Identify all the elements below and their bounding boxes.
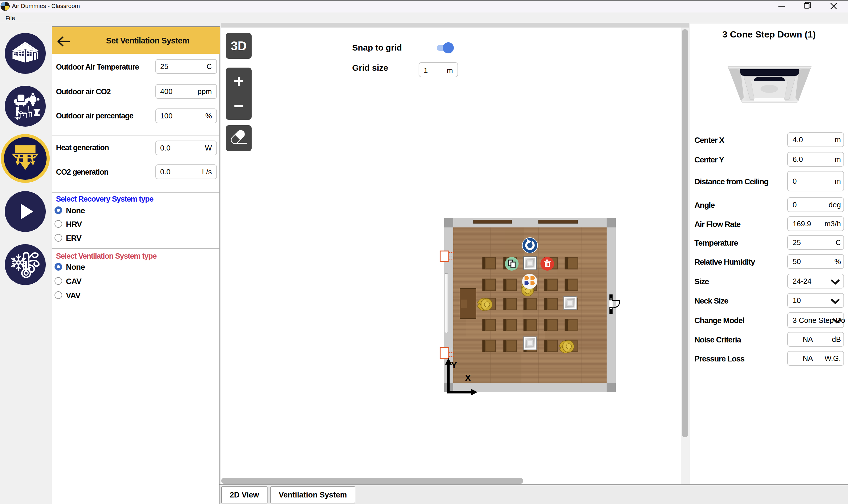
svg-text:X: X [465,373,471,383]
svg-text:Y: Y [451,360,457,370]
